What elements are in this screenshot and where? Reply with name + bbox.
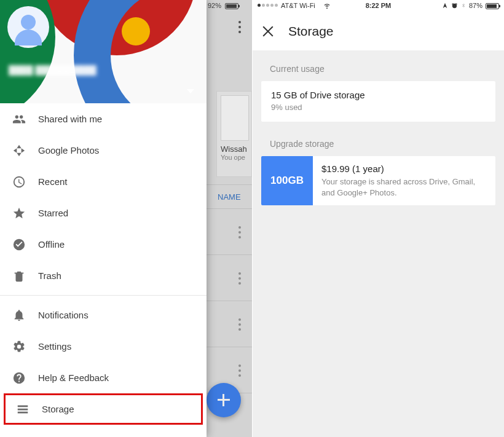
- current-usage-label: Current usage: [261, 64, 495, 74]
- photos-icon: [12, 144, 38, 157]
- status-right-icons: 87%: [442, 2, 499, 9]
- sidebar-item-label: Google Photos: [38, 145, 99, 156]
- left-screenshot: 92% Wissah You ope NAME: [0, 0, 252, 437]
- account-name: ████ ██████████: [9, 65, 96, 75]
- trash-icon: [12, 269, 38, 283]
- sidebar-item-recent[interactable]: Recent: [0, 166, 207, 197]
- sidebar-item-trash[interactable]: Trash: [0, 260, 207, 291]
- usage-card[interactable]: 15 GB of Drive storage 9% used: [261, 81, 495, 122]
- storage-appbar: Storage: [253, 12, 504, 50]
- sidebar-item-label: Offline: [38, 239, 65, 250]
- right-screenshot: AT&T Wi-Fi 8:22 PM 87% Storage Current u…: [252, 0, 504, 437]
- sidebar-item-storage[interactable]: Storage: [4, 393, 203, 425]
- upgrade-size-badge: 100GB: [261, 156, 313, 205]
- drawer-header[interactable]: ████ ██████████: [0, 0, 207, 103]
- usage-total: 15 GB of Drive storage: [271, 90, 486, 100]
- avatar[interactable]: [7, 6, 49, 48]
- sidebar-item-label: Help & Feedback: [38, 372, 109, 383]
- battery-percent: 87%: [469, 2, 482, 9]
- sidebar-item-settings[interactable]: Settings: [0, 331, 207, 362]
- navigation-drawer: ████ ██████████ Shared with me Google Ph…: [0, 0, 207, 437]
- menu-separator: [0, 295, 207, 296]
- sidebar-item-shared[interactable]: Shared with me: [0, 103, 207, 135]
- account-caret-icon[interactable]: [187, 89, 194, 93]
- location-icon: [442, 2, 448, 9]
- star-icon: [12, 207, 38, 220]
- upgrade-price: $19.99 (1 year): [321, 163, 487, 174]
- battery-icon: [486, 3, 499, 9]
- sidebar-item-notifications[interactable]: Notifications: [0, 299, 207, 331]
- bell-icon: [12, 309, 38, 322]
- clock-icon: [12, 175, 38, 189]
- gear-icon: [12, 340, 38, 353]
- sidebar-item-starred[interactable]: Starred: [0, 197, 207, 229]
- sidebar-item-label: Notifications: [38, 310, 89, 320]
- upgrade-description: Your storage is shared across Drive, Gma…: [321, 176, 487, 198]
- sidebar-item-offline[interactable]: Offline: [0, 229, 207, 260]
- help-icon: [12, 371, 38, 385]
- sidebar-item-label: Shared with me: [38, 114, 102, 124]
- sidebar-item-label: Recent: [38, 176, 68, 187]
- offline-pin-icon: [12, 238, 38, 251]
- upgrade-card[interactable]: 100GB $19.99 (1 year) Your storage is sh…: [261, 156, 495, 205]
- alarm-icon: [451, 2, 458, 9]
- people-icon: [12, 112, 38, 126]
- drawer-menu: Shared with me Google Photos Recent Star…: [0, 103, 207, 437]
- sidebar-item-label: Settings: [38, 341, 71, 352]
- sidebar-item-label: Storage: [42, 404, 74, 414]
- right-statusbar: AT&T Wi-Fi 8:22 PM 87%: [253, 0, 504, 12]
- sidebar-item-label: Trash: [38, 270, 61, 281]
- sidebar-item-help[interactable]: Help & Feedback: [0, 362, 207, 393]
- brand-shape: [74, 0, 207, 103]
- usage-percent: 9% used: [271, 103, 486, 112]
- sidebar-item-photos[interactable]: Google Photos: [0, 135, 207, 166]
- upgrade-text: $19.99 (1 year) Your storage is shared a…: [313, 156, 495, 205]
- upgrade-storage-label: Upgrade storage: [261, 139, 495, 149]
- close-icon[interactable]: [261, 25, 275, 38]
- sidebar-item-label: Starred: [38, 208, 68, 218]
- page-title: Storage: [288, 24, 334, 39]
- bluetooth-icon: [461, 2, 466, 9]
- storage-icon: [16, 403, 42, 416]
- storage-body: Current usage 15 GB of Drive storage 9% …: [253, 50, 504, 437]
